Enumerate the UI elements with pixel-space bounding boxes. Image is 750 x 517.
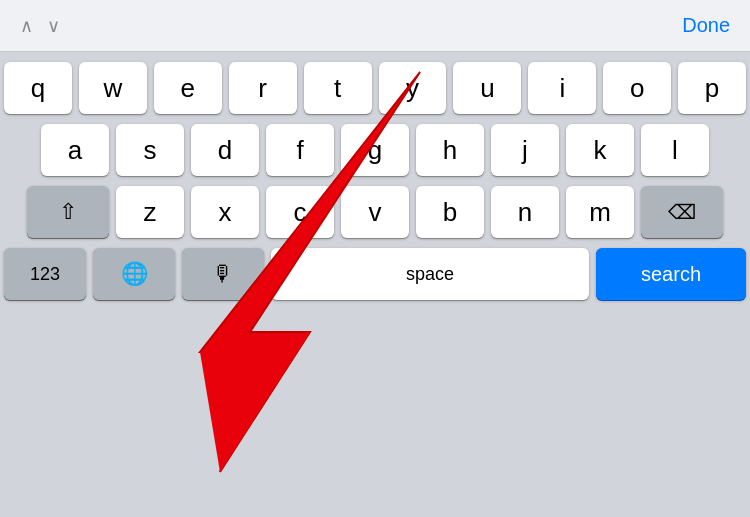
key-z[interactable]: z (116, 186, 184, 238)
key-d[interactable]: d (191, 124, 259, 176)
numbers-key[interactable]: 123 (4, 248, 86, 300)
delete-key[interactable]: ⌫ (641, 186, 723, 238)
key-m[interactable]: m (566, 186, 634, 238)
key-row-2: a s d f g h j k l (4, 124, 746, 176)
shift-key[interactable]: ⇧ (27, 186, 109, 238)
key-w[interactable]: w (79, 62, 147, 114)
key-u[interactable]: u (453, 62, 521, 114)
mic-key[interactable]: 🎙 (182, 248, 264, 300)
space-key[interactable]: space (271, 248, 589, 300)
key-c[interactable]: c (266, 186, 334, 238)
globe-key[interactable]: 🌐 (93, 248, 175, 300)
key-v[interactable]: v (341, 186, 409, 238)
key-i[interactable]: i (528, 62, 596, 114)
key-a[interactable]: a (41, 124, 109, 176)
keyboard: q w e r t y u i o p a s d f g h j k l ⇧ … (0, 52, 750, 517)
done-button[interactable]: Done (682, 14, 730, 37)
key-b[interactable]: b (416, 186, 484, 238)
key-s[interactable]: s (116, 124, 184, 176)
key-q[interactable]: q (4, 62, 72, 114)
search-key[interactable]: search (596, 248, 746, 300)
key-x[interactable]: x (191, 186, 259, 238)
key-j[interactable]: j (491, 124, 559, 176)
key-g[interactable]: g (341, 124, 409, 176)
key-row-1: q w e r t y u i o p (4, 62, 746, 114)
key-n[interactable]: n (491, 186, 559, 238)
key-k[interactable]: k (566, 124, 634, 176)
key-y[interactable]: y (379, 62, 447, 114)
nav-up-arrow[interactable]: ∧ (20, 15, 33, 37)
key-h[interactable]: h (416, 124, 484, 176)
key-row-bottom: 123 🌐 🎙 space search (4, 248, 746, 300)
toolbar-nav: ∧ ∨ (20, 15, 60, 37)
nav-down-arrow[interactable]: ∨ (47, 15, 60, 37)
key-f[interactable]: f (266, 124, 334, 176)
key-row-3: ⇧ z x c v b n m ⌫ (4, 186, 746, 238)
key-e[interactable]: e (154, 62, 222, 114)
key-p[interactable]: p (678, 62, 746, 114)
key-t[interactable]: t (304, 62, 372, 114)
toolbar: ∧ ∨ Done (0, 0, 750, 52)
key-l[interactable]: l (641, 124, 709, 176)
key-r[interactable]: r (229, 62, 297, 114)
key-o[interactable]: o (603, 62, 671, 114)
